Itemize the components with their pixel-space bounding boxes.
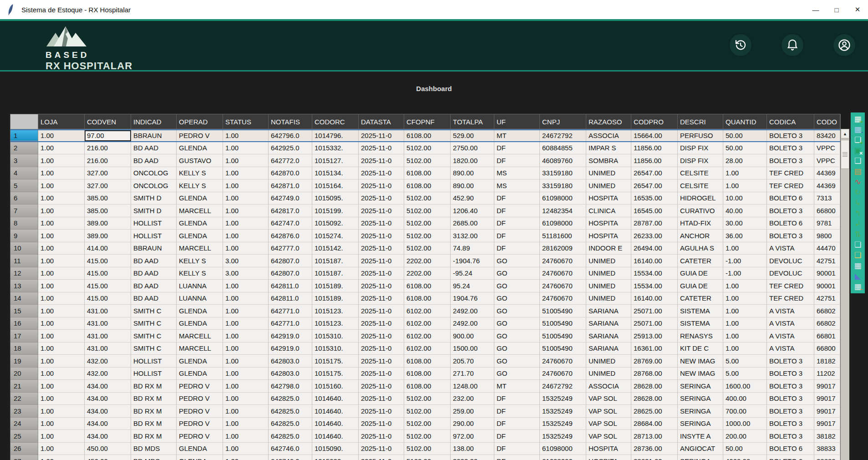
cell-descri[interactable]: SERINGA [678,405,723,418]
cell-totalpa[interactable]: 529.00 [451,130,494,141]
cell-codorc[interactable]: 1015160. [312,380,359,393]
cell-status[interactable]: 1.00 [223,142,269,155]
branch-back-icon[interactable]: ↲ [852,219,863,229]
cell-totalpa[interactable]: 271.70 [451,368,494,380]
cell-descri[interactable]: AGULHA S [678,242,723,255]
cell-descri[interactable]: HIDROGEL [678,192,723,205]
cell-codo[interactable]: 99017 [814,380,840,393]
row-number[interactable]: 3 [10,154,38,167]
cell-uf[interactable]: GO [494,267,540,280]
cell-totalpa[interactable]: 259.00 [451,405,494,418]
cell-cnpj[interactable]: 51005490 [540,317,586,330]
cell-codica[interactable]: TEF CRED [767,280,814,292]
cell-notafis[interactable]: 642811.0 [269,280,312,292]
cell-totalpa[interactable]: 890.00 [451,179,494,192]
cell-descri[interactable]: CELSITE [678,179,723,192]
row-number[interactable]: 23 [10,405,38,418]
cell-cnpj[interactable]: 24760670 [540,355,586,368]
cell-codven[interactable]: 434.00 [85,405,131,418]
cell-operad[interactable]: PEDRO V [177,405,223,418]
cell-notafis[interactable]: 642746.0 [269,455,312,460]
cell-cnpj[interactable]: 51005490 [540,342,586,355]
cell-codo[interactable]: 38833 [814,443,840,455]
cell-descri[interactable]: ANGIOCAT [678,443,723,455]
cell-notafis[interactable]: 642925.0 [269,142,312,155]
cell-uf[interactable]: GO [494,330,540,342]
cell-uf[interactable]: DF [494,242,540,255]
column-header-descri[interactable]: DESCRI [678,114,723,129]
cell-indicad[interactable]: BBRAUN [131,242,177,255]
cell-status[interactable]: 1.00 [223,455,269,460]
cell-cfopnf[interactable]: 2202.00 [404,267,451,280]
cell-totalpa[interactable]: 2685.00 [451,217,494,230]
column-header-codica[interactable]: CODICA [767,114,814,129]
cell-quantid[interactable]: 1.00 [723,292,767,305]
cell-codorc[interactable]: 1015092. [312,217,359,230]
cell-codica[interactable]: DEVOLUC [767,255,814,267]
cell-totalpa[interactable]: 290.00 [451,418,494,430]
paste-icon[interactable]: ▤ [852,166,863,177]
cell-descri[interactable]: CATETER [678,255,723,267]
cell-codorc[interactable]: 1014640. [312,418,359,430]
row-number[interactable]: 27 [10,455,38,460]
column-header-notafis[interactable]: NOTAFIS [269,114,312,129]
cell-operad[interactable]: GLENDA [177,317,223,330]
cell-cfopnf[interactable]: 5102.00 [404,242,451,255]
cell-datasta[interactable]: 2025-11-0 [359,380,404,393]
cell-loja[interactable]: 1.00 [38,368,85,380]
cell-datasta[interactable]: 2025-11-0 [359,255,404,267]
sync-documents-icon[interactable]: ⇅ [852,229,863,240]
row-number[interactable]: 7 [10,204,38,217]
cell-operad[interactable]: GLENDA [177,142,223,155]
cell-loja[interactable]: 1.00 [38,267,85,280]
cell-codica[interactable]: A VISTA [767,317,814,330]
cell-codorc[interactable]: 1015090. [312,443,359,455]
cell-uf[interactable]: DF [494,142,540,155]
cell-operad[interactable]: GLENDA [177,368,223,380]
cell-codven[interactable]: 97.00 [85,130,131,141]
row-number[interactable]: 2 [10,142,38,155]
cell-indicad[interactable]: SMITH D [131,204,177,217]
row-number[interactable]: 14 [10,292,38,305]
cell-descri[interactable]: DISP FIX [678,154,723,167]
cell-status[interactable]: 1.00 [223,317,269,330]
cell-razaoso[interactable]: HOSPITA [586,192,631,205]
cell-operad[interactable]: GLENDA [177,230,223,242]
cell-uf[interactable]: GO [494,317,540,330]
cell-totalpa[interactable]: 452.90 [451,192,494,205]
cell-datasta[interactable]: 2025-11-0 [359,443,404,455]
cell-quantid[interactable]: 40.00 [723,204,767,217]
cell-notafis[interactable]: 642825.0 [269,405,312,418]
cell-razaoso[interactable]: UNIMED [586,167,631,180]
cell-notafis[interactable]: 642807.0 [269,267,312,280]
cell-status[interactable]: 1.00 [223,330,269,342]
cell-operad[interactable]: GLENDA [177,192,223,205]
cell-cfopnf[interactable]: 5102.00 [404,142,451,155]
vertical-scrollbar[interactable]: ▲ [841,129,849,460]
cell-operad[interactable]: KELLY S [177,179,223,192]
cell-quantid[interactable]: 50.00 [723,142,767,155]
cell-quantid[interactable]: 700.00 [723,405,767,418]
cell-cnpj[interactable]: 46089760 [540,154,586,167]
cell-indicad[interactable]: BD MDS [131,455,177,460]
cell-razaoso[interactable]: UNIMED [586,292,631,305]
cell-datasta[interactable]: 2025-11-0 [359,342,404,355]
cell-codo[interactable]: 99017 [814,418,840,430]
cell-codo[interactable]: 66800 [814,204,840,217]
cell-descri[interactable]: SISTEMA [678,317,723,330]
cell-cfopnf[interactable]: 5102.00 [404,418,451,430]
cell-codica[interactable]: BOLETO 6 [767,192,814,205]
cell-quantid[interactable]: 28.00 [723,154,767,167]
cell-loja[interactable]: 1.00 [38,330,85,342]
cell-cnpj[interactable]: 24760670 [540,255,586,267]
cell-notafis[interactable]: 642747.0 [269,217,312,230]
cell-indicad[interactable]: SMITH C [131,305,177,317]
cell-codica[interactable]: BOLETO 3 [767,418,814,430]
cell-indicad[interactable]: HOLLIST [131,368,177,380]
cell-codo[interactable]: 11202 [814,368,840,380]
cell-totalpa[interactable]: 1820.00 [451,154,494,167]
cell-razaoso[interactable]: UNIMED [586,368,631,380]
cell-codven[interactable]: 432.00 [85,368,131,380]
cell-codpro[interactable]: 25071.00 [631,305,678,317]
cell-notafis[interactable]: 642825.0 [269,430,312,443]
